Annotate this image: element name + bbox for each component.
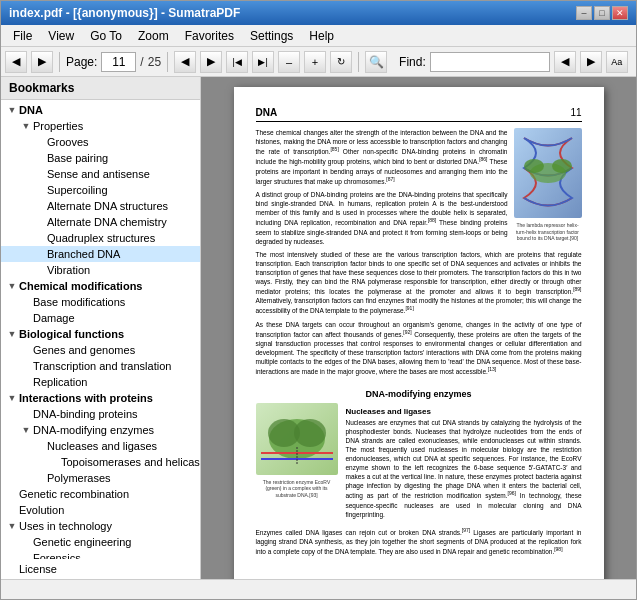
sidebar-item-genes-genomes[interactable]: Genes and genomes [1,342,200,358]
tree-label-quadruplex: Quadruplex structures [47,232,155,244]
menu-goto[interactable]: Go To [82,27,130,45]
sidebar-item-branched[interactable]: Branched DNA [1,246,200,262]
main-content: Bookmarks ▼ DNA ▼ Properties Grooves [1,77,636,579]
sidebar-item-properties[interactable]: ▼ Properties [1,118,200,134]
tree-label-dna-modifying: DNA-modifying enzymes [33,424,154,436]
tree-label-bio-functions: Biological functions [19,328,124,340]
sidebar-item-damage[interactable]: Damage [1,310,200,326]
find-prev-button[interactable]: ◀ [554,51,576,73]
maximize-button[interactable]: □ [594,6,610,20]
sidebar: Bookmarks ▼ DNA ▼ Properties Grooves [1,77,201,579]
svg-point-2 [524,159,544,173]
sidebar-license-section: License [1,559,200,579]
sidebar-item-supercoiling[interactable]: Supercoiling [1,182,200,198]
toggle-icon [19,551,33,559]
sidebar-item-chemical-mods[interactable]: ▼ Chemical modifications [1,278,200,294]
sidebar-item-license[interactable]: License [5,561,200,577]
sidebar-item-interactions[interactable]: ▼ Interactions with proteins [1,390,200,406]
tree-label-supercoiling: Supercoiling [47,184,108,196]
pdf-paragraph-4: As these DNA targets can occur throughou… [256,320,582,377]
tree-label-genetic-eng: Genetic engineering [33,536,131,548]
toggle-icon [19,375,33,389]
menu-favorites[interactable]: Favorites [177,27,242,45]
close-button[interactable]: ✕ [612,6,628,20]
toggle-icon [19,359,33,373]
pdf-viewer[interactable]: DNA 11 [201,77,636,579]
toggle-icon: ▼ [19,423,33,437]
pdf-section-title: DNA-modifying enzymes [256,389,582,399]
toolbar-sep-1 [59,52,60,72]
zoom-in-button[interactable]: + [304,51,326,73]
find-next-button[interactable]: ▶ [580,51,602,73]
window-title: index.pdf - [{anonymous}] - SumatraPDF [9,6,240,20]
pdf-section-paragraph-2: Enzymes called DNA ligases can rejoin cu… [256,527,582,557]
sidebar-item-quadruplex[interactable]: Quadruplex structures [1,230,200,246]
zoom-out-button[interactable]: – [278,51,300,73]
toggle-icon: ▼ [5,327,19,341]
tree-label-transcription: Transcription and translation [33,360,171,372]
tree-label-nucleases: Nucleases and ligases [47,440,157,452]
sidebar-item-evolution[interactable]: Evolution [1,502,200,518]
pdf-page: DNA 11 [234,87,604,579]
sidebar-item-uses-tech[interactable]: ▼ Uses in technology [1,518,200,534]
sidebar-item-genetic-recomb[interactable]: Genetic recombination [1,486,200,502]
menu-settings[interactable]: Settings [242,27,301,45]
toggle-icon [5,487,19,501]
lambda-repressor-image [514,128,582,218]
sidebar-item-dna-binding[interactable]: DNA-binding proteins [1,406,200,422]
back-button[interactable]: ◀ [5,51,27,73]
find-options-button[interactable]: Aa [606,51,628,73]
prev-page-button[interactable]: ◀ [174,51,196,73]
tree-label-dna: DNA [19,104,43,116]
toggle-icon [19,407,33,421]
tree-label-forensics: Forensics [33,552,81,559]
toggle-icon [33,199,47,213]
sidebar-item-genetic-eng[interactable]: Genetic engineering [1,534,200,550]
page-input[interactable]: 11 [101,52,136,72]
next-page-button[interactable]: ▶ [200,51,222,73]
sidebar-item-dna[interactable]: ▼ DNA [1,102,200,118]
menu-view[interactable]: View [40,27,82,45]
main-window: index.pdf - [{anonymous}] - SumatraPDF –… [0,0,637,600]
sidebar-item-sense-antisense[interactable]: Sense and antisense [1,166,200,182]
last-page-button[interactable]: ▶| [252,51,274,73]
rotate-button[interactable]: ↻ [330,51,352,73]
sidebar-item-forensics[interactable]: Forensics [1,550,200,559]
menu-file[interactable]: File [5,27,40,45]
toggle-icon [33,215,47,229]
tree-label-alt-structures: Alternate DNA structures [47,200,168,212]
sidebar-item-dna-modifying[interactable]: ▼ DNA-modifying enzymes [1,422,200,438]
toggle-icon [33,135,47,149]
sidebar-item-replication[interactable]: Replication [1,374,200,390]
find-label: Find: [399,55,426,69]
first-page-button[interactable]: |◀ [226,51,248,73]
minimize-button[interactable]: – [576,6,592,20]
sidebar-item-polymerases[interactable]: Polymerases [1,470,200,486]
sidebar-item-vibration[interactable]: Vibration [1,262,200,278]
search-icon-button[interactable]: 🔍 [365,51,387,73]
forward-button[interactable]: ▶ [31,51,53,73]
menu-zoom[interactable]: Zoom [130,27,177,45]
toolbar: ◀ ▶ Page: 11 / 25 ◀ ▶ |◀ ▶| – + ↻ 🔍 Find… [1,47,636,77]
toggle-icon [19,311,33,325]
sidebar-item-nucleases[interactable]: Nucleases and ligases [1,438,200,454]
sidebar-item-grooves[interactable]: Grooves [1,134,200,150]
toggle-icon [33,167,47,181]
menu-help[interactable]: Help [301,27,342,45]
sidebar-item-alt-structures[interactable]: Alternate DNA structures [1,198,200,214]
tree-label-alt-chemistry: Alternate DNA chemistry [47,216,167,228]
toggle-icon: ▼ [5,519,19,533]
sidebar-item-topoisomerases[interactable]: Topoisomerases and helicases [1,454,200,470]
sidebar-item-alt-chemistry[interactable]: Alternate DNA chemistry [1,214,200,230]
sidebar-item-bio-functions[interactable]: ▼ Biological functions [1,326,200,342]
toggle-icon [33,263,47,277]
sidebar-item-transcription[interactable]: Transcription and translation [1,358,200,374]
right-image-caption: The lambda repressor helix-turn-helix tr… [514,222,582,242]
toggle-icon: ▼ [19,119,33,133]
toggle-icon: ▼ [5,391,19,405]
sidebar-item-base-pairing[interactable]: Base pairing [1,150,200,166]
pdf-page-title: DNA [256,107,278,118]
sidebar-item-base-mods[interactable]: Base modifications [1,294,200,310]
find-input[interactable] [430,52,550,72]
right-image-container: The lambda repressor helix-turn-helix tr… [514,128,582,242]
